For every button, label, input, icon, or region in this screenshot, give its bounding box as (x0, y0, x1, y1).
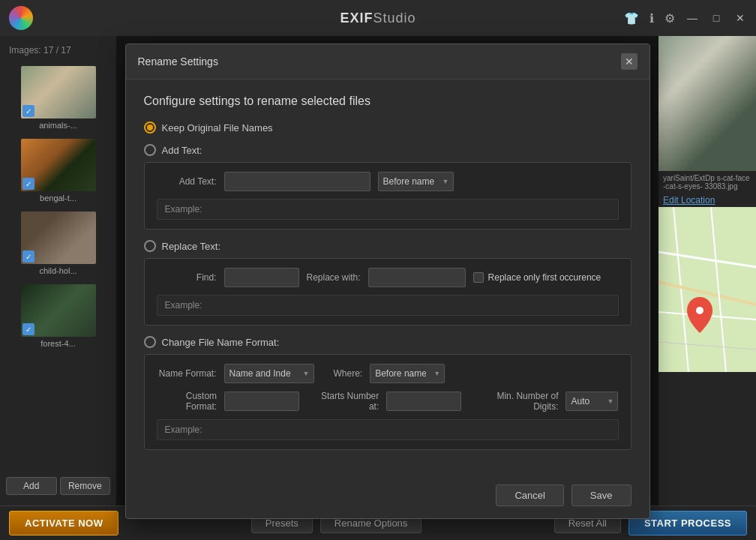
image-label: bengal-t... (40, 194, 76, 202)
name-format-row: Name Format: Name and Inde Date and Inde… (157, 364, 619, 383)
gear-icon[interactable]: ⚙ (664, 11, 675, 26)
keep-original-section: Keep Original File Names (144, 122, 632, 134)
starts-number-label: Starts Number at: (313, 391, 379, 412)
change-format-radio-btn (144, 336, 156, 348)
map-roads-svg (658, 207, 756, 372)
min-digits-select[interactable]: Auto 1 2 3 4 (566, 392, 618, 411)
first-occurrence-label[interactable]: Replace only first occurence (473, 272, 602, 283)
app-logo (9, 6, 33, 30)
add-text-section: Add Text: Add Text: Before name After na… (144, 144, 632, 230)
title-bar: EXIFStudio 👕 ℹ ⚙ — □ ✕ (0, 0, 756, 36)
check-badge: ✓ (22, 178, 34, 190)
minimize-button[interactable]: — (686, 11, 699, 25)
sidebar-buttons: Add Remove (0, 472, 116, 500)
modal-footer: Cancel Save (126, 476, 650, 518)
thumbnail: ✓ (21, 66, 96, 118)
title-bar-controls: 👕 ℹ ⚙ — □ ✕ (624, 11, 747, 26)
modal-header: Rename Settings ✕ (126, 44, 650, 80)
where-wrapper: Before name After name (370, 364, 445, 383)
name-format-label: Name Format: (157, 368, 217, 379)
remove-button[interactable]: Remove (60, 477, 111, 495)
edit-location-link[interactable]: Edit Location (658, 194, 756, 207)
keep-original-radio[interactable]: Keep Original File Names (144, 122, 632, 134)
map-area (658, 207, 756, 372)
right-filepath: yariSaint/ExtDp s-cat-face-cat-s-eyes- 3… (658, 171, 756, 194)
change-format-section: Change File Name Format: Name Format: Na… (144, 336, 632, 450)
replace-text-example: Example: (157, 295, 619, 316)
custom-format-label: Custom Format: (157, 391, 218, 412)
close-button[interactable]: ✕ (734, 11, 747, 25)
app-title: EXIFStudio (340, 10, 416, 26)
title-bar-left (9, 6, 33, 30)
add-text-radio[interactable]: Add Text: (144, 144, 632, 156)
keep-original-radio-btn (144, 122, 156, 134)
where-label: Where: (334, 368, 363, 379)
add-text-box: Add Text: Before name After name (144, 162, 632, 230)
where-select[interactable]: Before name After name (370, 364, 445, 383)
name-format-wrapper: Name and Inde Date and Index Custom (224, 364, 314, 383)
list-item[interactable]: ✓ child-hol... (0, 207, 116, 280)
thumbnail: ✓ (21, 212, 96, 264)
change-format-radio[interactable]: Change File Name Format: (144, 336, 632, 348)
activate-now-button[interactable]: ACTIVATE NOW (9, 511, 118, 536)
replace-with-input[interactable] (368, 268, 466, 287)
modal-overlay: Rename Settings ✕ Configure settings to … (116, 36, 658, 506)
replace-text-radio-btn (144, 240, 156, 252)
min-digits-wrapper: Auto 1 2 3 4 (566, 392, 618, 411)
add-text-input[interactable] (224, 172, 370, 191)
image-label: animals-... (39, 121, 77, 130)
right-panel: yariSaint/ExtDp s-cat-face-cat-s-eyes- 3… (658, 36, 756, 506)
maximize-button[interactable]: □ (710, 11, 723, 25)
list-item[interactable]: ✓ forest-4... (0, 280, 116, 352)
modal-title: Rename Settings (138, 56, 218, 68)
add-text-row: Add Text: Before name After name (157, 172, 619, 191)
add-text-position-wrapper: Before name After name (378, 172, 454, 191)
list-item[interactable]: ✓ bengal-t... (0, 134, 116, 207)
custom-format-row: Custom Format: Starts Number at: Min. Nu… (157, 391, 619, 412)
min-digits-label: Min. Number of Digits: (475, 391, 558, 412)
find-input[interactable] (224, 268, 299, 287)
rename-settings-modal: Rename Settings ✕ Configure settings to … (125, 44, 650, 519)
list-item[interactable]: ✓ animals-... (0, 62, 116, 134)
check-badge: ✓ (22, 323, 34, 335)
tshirt-icon[interactable]: 👕 (624, 11, 639, 26)
main-content: Images: 17 / 17 ✓ animals-... ✓ bengal-t… (0, 36, 756, 506)
custom-format-input[interactable] (224, 392, 299, 411)
modal-close-button[interactable]: ✕ (621, 53, 638, 70)
replace-with-label: Replace with: (307, 272, 361, 283)
first-occurrence-checkbox[interactable] (473, 272, 484, 283)
change-format-example: Example: (157, 419, 619, 440)
replace-text-box: Find: Replace with: Replace only first o… (144, 258, 632, 326)
modal-subtitle: Configure settings to rename selected fi… (144, 94, 632, 108)
svg-point-8 (696, 307, 704, 314)
change-format-box: Name Format: Name and Inde Date and Inde… (144, 354, 632, 450)
right-image (658, 36, 756, 171)
starts-number-input[interactable] (386, 392, 461, 411)
center-area: Rename Settings ✕ Configure settings to … (116, 36, 658, 506)
sidebar-header: Images: 17 / 17 (0, 42, 116, 62)
cancel-button[interactable]: Cancel (496, 484, 563, 506)
add-text-radio-btn (144, 144, 156, 156)
modal-body: Configure settings to rename selected fi… (126, 80, 650, 476)
image-label: forest-4... (40, 339, 75, 348)
replace-text-section: Replace Text: Find: Replace with: Repla (144, 240, 632, 326)
thumbnail: ✓ (21, 139, 96, 191)
add-text-position-select[interactable]: Before name After name (378, 172, 454, 191)
add-text-label: Add Text: (157, 176, 217, 187)
name-format-select[interactable]: Name and Inde Date and Index Custom (224, 364, 314, 383)
check-badge: ✓ (22, 105, 34, 117)
image-label: child-hol... (39, 266, 76, 275)
thumbnail: ✓ (21, 284, 96, 337)
info-icon[interactable]: ℹ (650, 11, 654, 26)
svg-rect-0 (658, 207, 756, 372)
replace-text-radio[interactable]: Replace Text: (144, 240, 632, 252)
add-button[interactable]: Add (6, 477, 57, 495)
save-button[interactable]: Save (572, 484, 632, 506)
replace-text-row: Find: Replace with: Replace only first o… (157, 268, 619, 287)
image-list: ✓ animals-... ✓ bengal-t... ✓ child-hol.… (0, 62, 116, 472)
sidebar: Images: 17 / 17 ✓ animals-... ✓ bengal-t… (0, 36, 116, 506)
check-badge: ✓ (22, 250, 34, 262)
find-label: Find: (157, 272, 217, 283)
add-text-example: Example: (157, 199, 619, 220)
